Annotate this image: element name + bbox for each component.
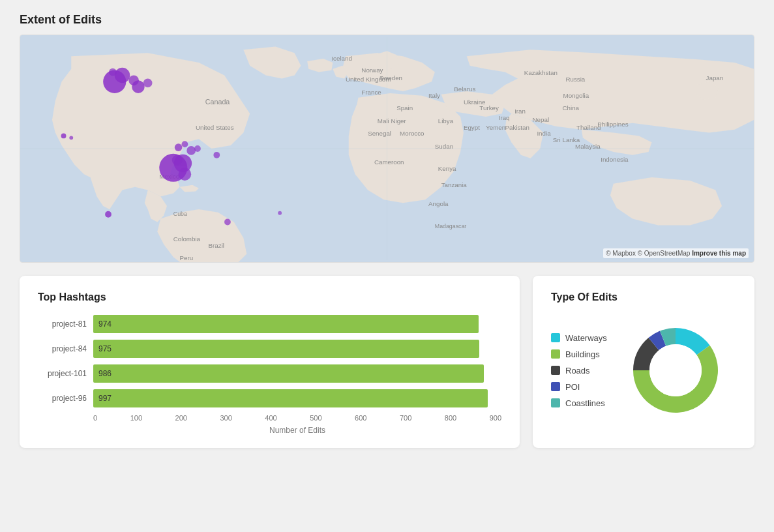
svg-point-61 bbox=[172, 155, 183, 166]
svg-text:China: China bbox=[563, 104, 580, 111]
legend-item: Buildings bbox=[551, 349, 607, 359]
svg-text:United States: United States bbox=[196, 124, 234, 131]
svg-point-60 bbox=[179, 168, 192, 181]
page-container: Extent of Edits bbox=[0, 0, 774, 461]
map-background: Canada United States Mexico Cuba Colombi… bbox=[20, 35, 754, 262]
bar-wrapper: 986 bbox=[93, 364, 501, 383]
svg-text:Turkey: Turkey bbox=[479, 104, 499, 111]
svg-text:Pakistan: Pakistan bbox=[505, 124, 529, 131]
svg-text:Russia: Russia bbox=[565, 76, 585, 83]
legend-label: Waterways bbox=[565, 333, 607, 343]
svg-text:Philippines: Philippines bbox=[597, 121, 628, 128]
legend-item: Roads bbox=[551, 366, 607, 376]
svg-text:Yemen: Yemen bbox=[486, 124, 505, 131]
hashtags-card: Top Hashtags project-81974project-84975p… bbox=[20, 276, 520, 448]
bar-value: 974 bbox=[98, 319, 112, 329]
legend-color bbox=[551, 398, 560, 407]
svg-point-64 bbox=[186, 146, 196, 155]
bar-wrapper: 975 bbox=[93, 340, 501, 358]
hashtags-title: Top Hashtags bbox=[38, 291, 501, 303]
bar-fill: 975 bbox=[93, 340, 479, 358]
svg-text:Sudan: Sudan bbox=[435, 143, 453, 150]
svg-text:Morocco: Morocco bbox=[400, 130, 424, 137]
legend-color bbox=[551, 349, 560, 359]
legend-color bbox=[551, 382, 560, 391]
svg-text:France: France bbox=[361, 89, 381, 96]
edits-title: Type Of Edits bbox=[551, 291, 736, 303]
x-axis-tick: 500 bbox=[310, 414, 321, 422]
svg-point-69 bbox=[278, 211, 282, 215]
svg-text:Angola: Angola bbox=[428, 200, 449, 207]
svg-text:Kazakhstan: Kazakhstan bbox=[524, 70, 558, 77]
legend-item: Coastlines bbox=[551, 398, 607, 408]
svg-text:Japan: Japan bbox=[706, 74, 724, 81]
bar-value: 975 bbox=[98, 344, 112, 353]
world-map-svg: Canada United States Mexico Cuba Colombi… bbox=[20, 35, 754, 262]
svg-point-53 bbox=[109, 68, 117, 76]
legend-label: Coastlines bbox=[565, 398, 605, 408]
svg-point-57 bbox=[69, 136, 73, 140]
donut-container: WaterwaysBuildingsRoadsPOICoastlines bbox=[551, 315, 736, 426]
svg-text:Kenya: Kenya bbox=[438, 165, 456, 172]
x-axis-tick: 400 bbox=[265, 414, 276, 422]
x-axis-tick: 0 bbox=[93, 414, 97, 422]
svg-text:Colombia: Colombia bbox=[173, 235, 201, 243]
svg-text:Peru: Peru bbox=[180, 254, 194, 261]
svg-text:Libya: Libya bbox=[438, 117, 454, 125]
svg-point-65 bbox=[194, 145, 201, 152]
legend-label: Roads bbox=[565, 366, 590, 376]
svg-text:Belarus: Belarus bbox=[454, 85, 475, 93]
x-axis-tick: 200 bbox=[175, 414, 187, 422]
x-axis-tick: 800 bbox=[445, 414, 456, 422]
legend-item: Waterways bbox=[551, 333, 607, 343]
legend-color bbox=[551, 333, 560, 342]
map-container: Canada United States Mexico Cuba Colombi… bbox=[20, 35, 754, 263]
svg-point-55 bbox=[143, 78, 153, 87]
legend: WaterwaysBuildingsRoadsPOICoastlines bbox=[551, 333, 607, 408]
svg-text:Indonesia: Indonesia bbox=[601, 156, 629, 163]
bar-row: project-96997 bbox=[38, 389, 501, 407]
bar-label: project-81 bbox=[38, 319, 87, 329]
bar-value: 986 bbox=[98, 369, 112, 378]
bar-value: 997 bbox=[98, 394, 112, 403]
bar-fill: 997 bbox=[93, 389, 488, 407]
legend-item: POI bbox=[551, 382, 607, 392]
bar-row: project-84975 bbox=[38, 340, 501, 358]
improve-map-link[interactable]: Improve this map bbox=[692, 250, 746, 257]
svg-text:Canada: Canada bbox=[205, 98, 230, 106]
svg-text:Brazil: Brazil bbox=[209, 242, 224, 249]
edits-card: Type Of Edits WaterwaysBuildingsRoadsPOI… bbox=[533, 276, 754, 448]
svg-point-56 bbox=[61, 134, 67, 139]
bar-wrapper: 974 bbox=[93, 315, 501, 333]
bar-label: project-96 bbox=[38, 394, 87, 403]
x-axis-title: Number of Edits bbox=[93, 426, 501, 435]
legend-color bbox=[551, 366, 560, 375]
svg-point-63 bbox=[182, 141, 188, 147]
bar-wrapper: 997 bbox=[93, 389, 501, 407]
x-axis-tick: 300 bbox=[220, 414, 231, 422]
svg-text:Mongolia: Mongolia bbox=[563, 92, 589, 99]
donut-hole bbox=[649, 344, 702, 396]
svg-point-54 bbox=[132, 80, 145, 93]
svg-point-62 bbox=[175, 143, 183, 151]
svg-text:Iran: Iran bbox=[514, 108, 526, 115]
svg-text:Iraq: Iraq bbox=[499, 114, 510, 121]
x-axis: 0100200300400500600700800900 bbox=[93, 414, 501, 422]
svg-text:Cameroon: Cameroon bbox=[374, 158, 404, 166]
bar-fill: 974 bbox=[93, 315, 479, 333]
svg-text:Mali Niger: Mali Niger bbox=[378, 117, 407, 125]
svg-text:Sweden: Sweden bbox=[380, 74, 402, 81]
x-axis-labels: 0100200300400500600700800900 bbox=[93, 414, 501, 422]
svg-text:Tanzania: Tanzania bbox=[441, 181, 468, 188]
x-axis-tick: 100 bbox=[130, 414, 142, 422]
donut-chart bbox=[620, 315, 731, 426]
svg-point-67 bbox=[105, 211, 112, 218]
svg-text:India: India bbox=[537, 130, 551, 137]
svg-text:Norway: Norway bbox=[361, 66, 383, 74]
bar-row: project-101986 bbox=[38, 364, 501, 383]
svg-point-68 bbox=[224, 219, 231, 226]
bar-label: project-101 bbox=[38, 369, 87, 378]
bar-fill: 986 bbox=[93, 364, 484, 383]
svg-text:Spain: Spain bbox=[396, 104, 413, 111]
svg-text:Madagascar: Madagascar bbox=[435, 223, 466, 229]
